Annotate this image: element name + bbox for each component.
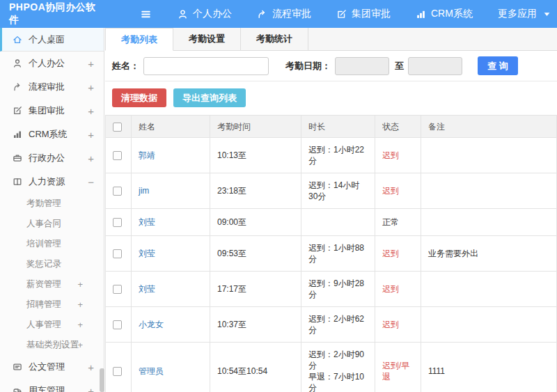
topnav-item-1[interactable]: 个人办公 xyxy=(178,8,232,20)
expand-plus-icon[interactable]: + xyxy=(77,299,83,310)
tab-1[interactable]: 考勤列表 xyxy=(105,28,173,51)
expand-plus-icon[interactable]: + xyxy=(88,361,94,373)
expand-plus-icon[interactable]: + xyxy=(77,320,83,330)
table-row: 管理员10:54至10:54迟到：2小时90分早退：7小时10分迟到/早退111… xyxy=(106,343,557,392)
hamburger-menu-icon[interactable] xyxy=(141,9,151,19)
sidebar-scrollbar[interactable] xyxy=(100,368,104,392)
export-list-button[interactable]: 导出查询列表 xyxy=(173,88,246,107)
status-cell: 迟到/早退 xyxy=(375,343,421,392)
chart-icon xyxy=(13,130,22,139)
expand-plus-icon[interactable]: + xyxy=(88,129,94,141)
tab-3[interactable]: 考勤统计 xyxy=(241,28,308,50)
sidebar-item-5[interactable]: CRM系统+ xyxy=(0,123,104,146)
expand-plus-icon[interactable]: + xyxy=(77,340,83,350)
sidebar-subitem-label: 薪资管理 xyxy=(26,279,61,290)
sidebar: 个人桌面个人办公+流程审批+集团审批+CRM系统+行政办公+人力资源−考勤管理人… xyxy=(0,28,104,392)
topnav-item-4[interactable]: CRM系统 xyxy=(416,8,473,20)
employee-name-link[interactable]: 郭靖 xyxy=(139,150,155,160)
sidebar-subitem-5[interactable]: 薪资管理+ xyxy=(0,274,104,295)
date-start-input[interactable] xyxy=(335,57,389,75)
sidebar-item-1[interactable]: 个人桌面 xyxy=(0,28,104,52)
topnav-item-label: 集团审批 xyxy=(352,8,391,20)
name-cell: 刘莹 xyxy=(132,272,210,307)
column-header: 考勤时间 xyxy=(210,116,301,138)
note-cell xyxy=(421,173,557,209)
note-cell: 1111 xyxy=(421,343,557,392)
sidebar-item-7[interactable]: 人力资源− xyxy=(0,170,104,194)
sidebar-subitem-2[interactable]: 人事合同 xyxy=(0,214,104,234)
note-cell xyxy=(421,209,557,236)
sidebar-item-4[interactable]: 集团审批+ xyxy=(0,99,104,123)
column-header: 姓名 xyxy=(132,116,210,138)
duration-line: 迟到：1小时88分 xyxy=(308,242,368,265)
sidebar-subitem-6[interactable]: 招聘管理+ xyxy=(0,295,104,315)
sidebar-item-6[interactable]: 行政办公+ xyxy=(0,146,104,170)
row-checkbox[interactable] xyxy=(113,187,122,196)
expand-plus-icon[interactable]: + xyxy=(88,105,94,117)
attendance-time-cell: 09:00至 xyxy=(210,209,301,236)
duration-line: 迟到：9小时28分 xyxy=(308,278,368,300)
edit-icon xyxy=(336,9,347,19)
sidebar-subitem-3[interactable]: 培训管理 xyxy=(0,234,104,254)
name-cell: 管理员 xyxy=(132,343,210,392)
select-all-header-cell xyxy=(106,116,132,138)
expand-plus-icon[interactable]: + xyxy=(88,81,94,93)
sidebar-subitem-4[interactable]: 奖惩记录 xyxy=(0,254,104,274)
sidebar-subitem-8[interactable]: 基础类别设置+ xyxy=(0,335,104,355)
table-row: 刘莹09:53至迟到：1小时88分迟到业务需要外出 xyxy=(106,236,557,272)
to-label: 至 xyxy=(395,60,404,72)
date-label: 考勤日期： xyxy=(285,60,331,72)
sidebar-item-2[interactable]: 个人办公+ xyxy=(0,52,104,75)
collapse-minus-icon[interactable]: − xyxy=(88,176,94,188)
tab-2[interactable]: 考勤设置 xyxy=(173,28,241,50)
expand-plus-icon[interactable]: + xyxy=(88,152,94,164)
clean-data-button[interactable]: 清理数据 xyxy=(112,88,166,107)
row-checkbox[interactable] xyxy=(113,218,122,227)
employee-name-link[interactable]: 管理员 xyxy=(139,366,164,376)
topnav-item-3[interactable]: 集团审批 xyxy=(336,8,391,20)
row-checkbox[interactable] xyxy=(113,320,122,329)
row-checkbox[interactable] xyxy=(113,249,122,258)
name-cell: jim xyxy=(132,173,210,209)
employee-name-link[interactable]: 刘莹 xyxy=(139,284,155,294)
status-badge: 迟到 xyxy=(382,186,399,196)
expand-plus-icon[interactable]: + xyxy=(88,58,94,70)
row-checkbox[interactable] xyxy=(113,367,122,376)
topnav-item-2[interactable]: 流程审批 xyxy=(257,8,311,20)
status-badge: 迟到 xyxy=(382,150,399,160)
tab-bar: 考勤列表考勤设置考勤统计 xyxy=(105,28,557,51)
sidebar-item-9[interactable]: 用车管理+ xyxy=(0,379,104,392)
sidebar-item-8[interactable]: 公文管理+ xyxy=(0,355,104,379)
sidebar-subitem-1[interactable]: 考勤管理 xyxy=(0,194,104,214)
sidebar-subitem-label: 考勤管理 xyxy=(26,198,61,210)
name-label: 姓名： xyxy=(112,60,139,72)
employee-name-link[interactable]: 刘莹 xyxy=(139,249,155,258)
checkbox-cell xyxy=(106,272,132,307)
status-cell: 迟到 xyxy=(375,173,421,209)
row-checkbox[interactable] xyxy=(113,285,122,294)
sidebar-subitem-7[interactable]: 人事管理+ xyxy=(0,315,104,335)
expand-plus-icon[interactable]: + xyxy=(88,385,94,392)
query-button[interactable]: 查 询 xyxy=(478,56,518,75)
employee-name-link[interactable]: jim xyxy=(139,186,149,196)
name-input[interactable] xyxy=(143,57,269,75)
sidebar-subitem-label: 培训管理 xyxy=(26,238,61,250)
attendance-time-cell: 10:37至 xyxy=(210,307,301,343)
checkbox-cell xyxy=(106,173,132,209)
employee-name-link[interactable]: 小龙女 xyxy=(139,320,164,329)
date-end-input[interactable] xyxy=(408,57,462,75)
topnav-item-5[interactable]: 更多应用 xyxy=(498,8,552,20)
sidebar-item-label: 个人办公 xyxy=(29,57,65,70)
doc-icon xyxy=(13,362,22,372)
select-all-checkbox[interactable] xyxy=(113,123,122,132)
sidebar-item-3[interactable]: 流程审批+ xyxy=(0,75,104,99)
sidebar-subitem-label: 基础类别设置 xyxy=(26,339,79,351)
table-row: jim23:18至迟到：14小时30分迟到 xyxy=(106,173,557,209)
row-checkbox[interactable] xyxy=(113,151,122,160)
status-badge: 正常 xyxy=(382,217,399,227)
app-logo: PHPOA协同办公软件 xyxy=(0,1,104,26)
employee-name-link[interactable]: 刘莹 xyxy=(139,217,155,227)
duration-cell: 迟到：14小时30分 xyxy=(301,173,375,209)
expand-plus-icon[interactable]: + xyxy=(77,279,83,290)
duration-cell: 迟到：2小时90分早退：7小时10分 xyxy=(301,343,375,392)
